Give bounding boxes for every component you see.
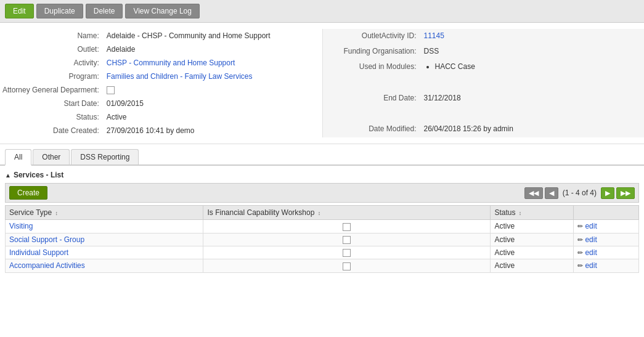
prev-page-button[interactable]: ◀	[545, 187, 558, 199]
col-service-type[interactable]: Service Type ↕	[6, 206, 203, 220]
duplicate-button[interactable]: Duplicate	[36, 4, 83, 18]
create-button[interactable]: Create	[9, 186, 47, 200]
outlet-activity-id-value: 11145	[422, 29, 645, 44]
col-status[interactable]: Status ↕	[491, 206, 574, 220]
detail-section: Name: Adelaide - CHSP - Community and Ho…	[0, 23, 644, 144]
spacer-row	[323, 76, 645, 91]
attorney-label: Attorney General Deparment:	[0, 83, 104, 97]
end-date-row: End Date: 31/12/2018	[323, 91, 645, 107]
pencil-icon: ✏	[577, 222, 583, 230]
date-created-label: Date Created:	[0, 124, 104, 137]
table-header-row: Service Type ↕ Is Financial Capability W…	[6, 206, 639, 220]
funding-org-value: DSS	[422, 44, 645, 60]
edit-button[interactable]: Edit	[5, 4, 34, 18]
edit-link[interactable]: edit	[585, 248, 597, 257]
spacer-row2	[323, 107, 645, 122]
outlet-activity-id-row: OutletActivity ID: 11145	[323, 29, 645, 44]
used-in-modules-row: Used in Modules: HACC Case	[323, 60, 645, 75]
service-type-link[interactable]: Accompanied Activities	[9, 261, 85, 270]
col-status-label: Status	[494, 208, 515, 217]
edit-cell: ✏ edit	[574, 233, 639, 246]
delete-button[interactable]: Delete	[86, 4, 123, 18]
date-created-value: 27/09/2016 10:41 by demo	[104, 124, 322, 137]
financial-capability-cell	[203, 259, 491, 272]
edit-link[interactable]: edit	[585, 235, 597, 244]
service-type-link[interactable]: Individual Support	[9, 248, 68, 257]
col-financial-capability[interactable]: Is Financial Capability Workshop ↕	[203, 206, 491, 220]
sort-icon-status: ↕	[519, 210, 522, 216]
program-label: Program:	[0, 70, 104, 83]
service-type-cell: Individual Support	[6, 246, 203, 259]
start-date-label: Start Date:	[0, 97, 104, 110]
financial-checkbox[interactable]	[343, 223, 351, 231]
status-cell: Active	[491, 220, 574, 233]
edit-link[interactable]: edit	[585, 261, 597, 270]
tabs-container: All Other DSS Reporting	[0, 144, 644, 166]
detail-right-col: OutletActivity ID: 11145 Funding Organis…	[322, 29, 645, 137]
chevron-up-icon: ▲	[5, 172, 11, 179]
program-row: Program: Families and Children - Family …	[0, 70, 322, 83]
attorney-checkbox[interactable]	[107, 86, 115, 94]
start-date-row: Start Date: 01/09/2015	[0, 97, 322, 110]
tab-all[interactable]: All	[5, 149, 31, 166]
attorney-checkbox-cell	[104, 83, 322, 97]
pencil-icon: ✏	[577, 236, 583, 243]
services-table: Service Type ↕ Is Financial Capability W…	[5, 205, 639, 272]
attorney-row: Attorney General Deparment:	[0, 83, 322, 97]
outlet-row: Outlet: Adelaide	[0, 43, 322, 56]
edit-link[interactable]: edit	[585, 222, 597, 230]
next-page-button[interactable]: ▶	[601, 187, 614, 199]
tab-dss-reporting[interactable]: DSS Reporting	[71, 149, 139, 164]
service-type-cell: Visiting	[6, 220, 203, 233]
tab-other[interactable]: Other	[33, 149, 70, 164]
table-row: Individual Support Active ✏ edit	[6, 246, 639, 259]
funding-org-label: Funding Organisation:	[323, 44, 422, 60]
status-cell: Active	[491, 246, 574, 259]
service-type-link[interactable]: Social Support - Group	[9, 235, 84, 244]
pagination-info: (1 - 4 of 4)	[563, 189, 597, 197]
activity-row: Activity: CHSP - Community and Home Supp…	[0, 56, 322, 70]
financial-checkbox[interactable]	[343, 236, 351, 244]
first-page-button[interactable]: ◀◀	[524, 187, 543, 199]
outlet-value: Adelaide	[104, 43, 322, 56]
financial-capability-cell	[203, 233, 491, 246]
activity-label: Activity:	[0, 56, 104, 70]
name-row: Name: Adelaide - CHSP - Community and Ho…	[0, 29, 322, 43]
service-type-link[interactable]: Visiting	[9, 222, 33, 230]
status-label: Status:	[0, 110, 104, 124]
end-date-value: 31/12/2018	[422, 91, 645, 107]
services-header: ▲ Services - List	[5, 171, 639, 179]
funding-org-row: Funding Organisation: DSS	[323, 44, 645, 60]
pagination: ◀◀ ◀ (1 - 4 of 4) ▶ ▶▶	[524, 187, 635, 199]
date-modified-label: Date Modified:	[323, 122, 422, 137]
services-toolbar: Create ◀◀ ◀ (1 - 4 of 4) ▶ ▶▶	[5, 183, 639, 203]
pencil-icon: ✏	[577, 262, 583, 269]
service-type-cell: Social Support - Group	[6, 233, 203, 246]
activity-link[interactable]: CHSP - Community and Home Support	[107, 59, 235, 67]
pencil-icon: ✏	[577, 249, 583, 256]
edit-cell: ✏ edit	[574, 259, 639, 272]
toolbar: Edit Duplicate Delete View Change Log	[0, 0, 644, 23]
table-row: Accompanied Activities Active ✏ edit	[6, 259, 639, 272]
program-value: Families and Children - Family Law Servi…	[104, 70, 322, 83]
financial-checkbox[interactable]	[343, 249, 351, 257]
end-date-label: End Date:	[323, 91, 422, 107]
col-financial-label: Is Financial Capability Workshop	[207, 208, 314, 217]
outlet-activity-id-link[interactable]: 11145	[424, 31, 444, 40]
col-service-type-label: Service Type	[9, 208, 52, 217]
sort-icon-financial: ↕	[318, 210, 321, 216]
start-date-value: 01/09/2015	[104, 97, 322, 110]
status-value: Active	[104, 110, 322, 124]
table-row: Visiting Active ✏ edit	[6, 220, 639, 233]
view-change-log-button[interactable]: View Change Log	[125, 4, 200, 18]
financial-checkbox[interactable]	[343, 262, 351, 270]
edit-cell: ✏ edit	[574, 246, 639, 259]
date-modified-row: Date Modified: 26/04/2018 15:26 by admin	[323, 122, 645, 137]
outlet-activity-id-label: OutletActivity ID:	[323, 29, 422, 44]
activity-value: CHSP - Community and Home Support	[104, 56, 322, 70]
name-label: Name:	[0, 29, 104, 43]
detail-left-col: Name: Adelaide - CHSP - Community and Ho…	[0, 29, 322, 137]
services-section: ▲ Services - List Create ◀◀ ◀ (1 - 4 of …	[0, 166, 644, 277]
last-page-button[interactable]: ▶▶	[616, 187, 635, 199]
program-link[interactable]: Families and Children - Family Law Servi…	[107, 72, 253, 81]
